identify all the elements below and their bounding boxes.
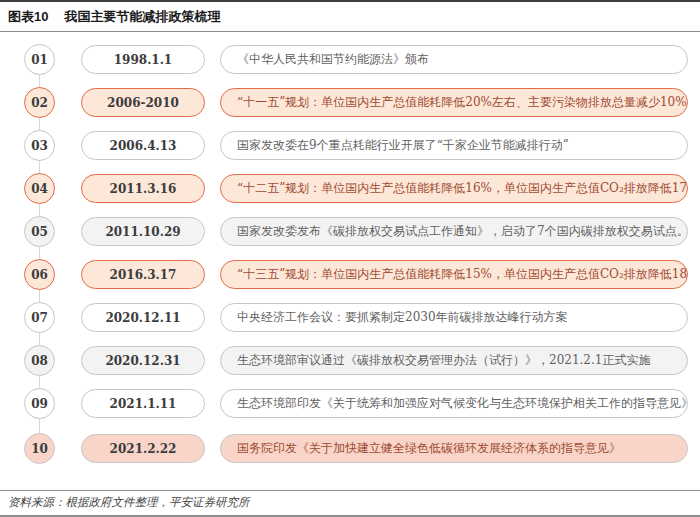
step-number-badge: 04 [24, 173, 55, 204]
policy-text: 国家发改委发布《碳排放权交易试点工作通知》，启动了7个国内碳排放权交易试点。 [237, 223, 688, 240]
date-pill: 2021.1.11 [81, 389, 205, 418]
step-number-badge: 08 [24, 345, 55, 376]
policy-text: 《中华人民共和国节约能源法》颁布 [237, 51, 429, 68]
source-footer: 资料来源：根据政府文件整理，平安证券研究所 [0, 490, 700, 517]
policy-text: 中央经济工作会议：要抓紧制定2030年前碳排放达峰行动方案 [237, 309, 568, 326]
policy-pill: 《中华人民共和国节约能源法》颁布 [220, 45, 688, 74]
step-number-badge: 03 [24, 130, 55, 161]
policy-text: 国家发改委在9个重点耗能行业开展了“千家企业节能减排行动” [237, 137, 569, 154]
date-pill: 1998.1.1 [81, 45, 205, 74]
timeline-row: 08 2020.12.31 生态环境部审议通过《碳排放权交易管理办法（试行）》，… [24, 345, 688, 376]
research-figure-page: 图表10 我国主要节能减排政策梳理 01 1998.1.1 《中华人民共和国节约… [0, 0, 700, 517]
timeline-row: 07 2020.12.11 中央经济工作会议：要抓紧制定2030年前碳排放达峰行… [24, 302, 688, 333]
step-number-badge: 10 [24, 433, 55, 464]
timeline-row: 04 2011.3.16 “十二五”规划：单位国内生产总值能耗降低16%，单位国… [24, 173, 688, 204]
policy-pill: 生态环境部印发《关于统筹和加强应对气候变化与生态环境保护相关工作的指导意见》 [220, 389, 688, 418]
date-pill: 2021.2.22 [81, 434, 205, 463]
date-pill: 2016.3.17 [81, 260, 205, 289]
step-number-badge: 06 [24, 259, 55, 290]
policy-text: 国务院印发《关于加快建立健全绿色低碳循环发展经济体系的指导意见》 [237, 440, 621, 457]
step-number-badge: 09 [24, 388, 55, 419]
policy-text: “十一五”规划：单位国内生产总值能耗降低20%左右、主要污染物排放总量减少10%… [237, 94, 688, 111]
step-number-badge: 02 [24, 87, 55, 118]
timeline-row: 01 1998.1.1 《中华人民共和国节约能源法》颁布 [24, 44, 688, 75]
figure-label: 图表10 [8, 8, 48, 26]
policy-text: 生态环境部审议通过《碳排放权交易管理办法（试行）》，2021.2.1正式实施 [237, 352, 650, 369]
timeline-row: 05 2011.10.29 国家发改委发布《碳排放权交易试点工作通知》，启动了7… [24, 216, 688, 247]
date-pill: 2011.10.29 [81, 217, 205, 246]
step-number-badge: 07 [24, 302, 55, 333]
timeline-row: 10 2021.2.22 国务院印发《关于加快建立健全绿色低碳循环发展经济体系的… [24, 433, 688, 464]
policy-pill: “十一五”规划：单位国内生产总值能耗降低20%左右、主要污染物排放总量减少10%… [220, 88, 688, 117]
policy-timeline: 01 1998.1.1 《中华人民共和国节约能源法》颁布 02 2006-201… [0, 32, 700, 464]
policy-text: 生态环境部印发《关于统筹和加强应对气候变化与生态环境保护相关工作的指导意见》 [237, 395, 688, 412]
source-text: 资料来源：根据政府文件整理，平安证券研究所 [8, 495, 250, 509]
timeline-row: 06 2016.3.17 “十三五”规划：单位国内生产总值能耗降低15%，单位国… [24, 259, 688, 290]
step-number-badge: 05 [24, 216, 55, 247]
policy-pill: 国家发改委发布《碳排放权交易试点工作通知》，启动了7个国内碳排放权交易试点。 [220, 217, 688, 246]
date-pill: 2011.3.16 [81, 174, 205, 203]
policy-pill: 国务院印发《关于加快建立健全绿色低碳循环发展经济体系的指导意见》 [220, 434, 688, 463]
policy-pill: 中央经济工作会议：要抓紧制定2030年前碳排放达峰行动方案 [220, 303, 688, 332]
timeline-row: 09 2021.1.11 生态环境部印发《关于统筹和加强应对气候变化与生态环境保… [24, 388, 688, 419]
date-pill: 2020.12.31 [81, 346, 205, 375]
policy-text: “十三五”规划：单位国内生产总值能耗降低15%，单位国内生产总值CO₂排放降低1… [237, 266, 688, 283]
figure-title: 我国主要节能减排政策梳理 [64, 8, 220, 26]
figure-header: 图表10 我国主要节能减排政策梳理 [0, 0, 700, 32]
policy-text: “十二五”规划：单位国内生产总值能耗降低16%，单位国内生产总值CO₂排放降低1… [237, 180, 688, 197]
date-pill: 2020.12.11 [81, 303, 205, 332]
step-number-badge: 01 [24, 44, 55, 75]
policy-pill: 国家发改委在9个重点耗能行业开展了“千家企业节能减排行动” [220, 131, 688, 160]
policy-pill: 生态环境部审议通过《碳排放权交易管理办法（试行）》，2021.2.1正式实施 [220, 346, 688, 375]
timeline-row: 02 2006-2010 “十一五”规划：单位国内生产总值能耗降低20%左右、主… [24, 87, 688, 118]
date-pill: 2006.4.13 [81, 131, 205, 160]
policy-pill: “十二五”规划：单位国内生产总值能耗降低16%，单位国内生产总值CO₂排放降低1… [220, 174, 688, 203]
date-pill: 2006-2010 [81, 88, 205, 117]
policy-pill: “十三五”规划：单位国内生产总值能耗降低15%，单位国内生产总值CO₂排放降低1… [220, 260, 688, 289]
timeline-row: 03 2006.4.13 国家发改委在9个重点耗能行业开展了“千家企业节能减排行… [24, 130, 688, 161]
